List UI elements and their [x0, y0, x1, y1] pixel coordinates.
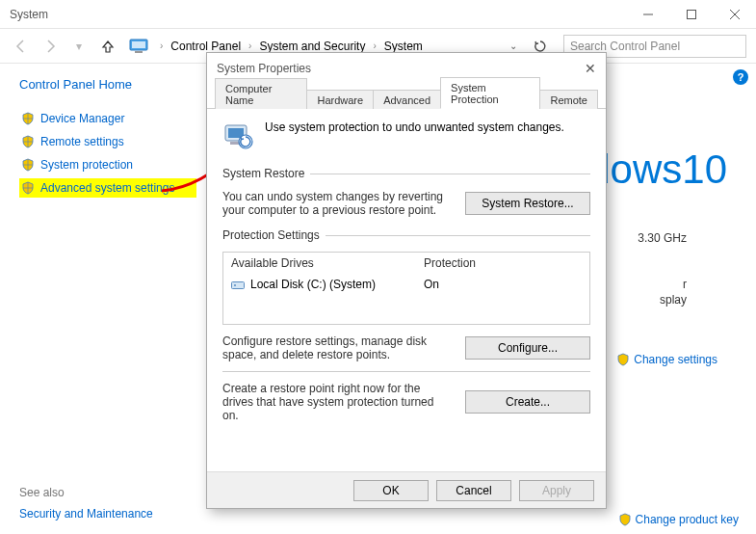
system-protection-icon — [222, 120, 253, 151]
configure-desc: Configure restore settings, manage disk … — [222, 334, 450, 361]
forward-button[interactable] — [39, 35, 62, 58]
recent-dropdown[interactable]: ▾ — [67, 35, 91, 58]
change-settings-link[interactable]: Change settings — [616, 353, 717, 366]
system-restore-legend: System Restore — [222, 167, 304, 180]
create-button[interactable]: Create... — [465, 390, 590, 414]
tab-system-protection[interactable]: System Protection — [440, 77, 540, 109]
shield-icon — [21, 181, 35, 195]
security-maintenance-link[interactable]: Security and Maintenance — [19, 507, 153, 521]
sidebar-item-system-protection[interactable]: System protection — [19, 155, 196, 174]
sidebar-item-label: Device Manager — [40, 112, 124, 125]
shield-icon — [616, 353, 630, 366]
search-placeholder: Search Control Panel — [570, 40, 680, 53]
maximize-button[interactable] — [669, 0, 713, 29]
spec-text: r — [683, 278, 687, 291]
link-text: Change settings — [634, 353, 717, 366]
intro-text: Use system protection to undo unwanted s… — [265, 120, 564, 134]
drive-status: On — [424, 278, 439, 291]
column-available-drives: Available Drives — [231, 256, 424, 270]
close-button[interactable] — [713, 0, 756, 29]
help-icon[interactable]: ? — [733, 69, 748, 85]
create-desc: Create a restore point right now for the… — [222, 382, 450, 422]
chevron-right-icon: › — [158, 40, 165, 51]
see-also-heading: See also — [19, 486, 65, 499]
drive-row[interactable]: Local Disk (C:) (System) On — [223, 274, 589, 324]
svg-rect-6 — [135, 51, 143, 53]
sidebar-item-remote-settings[interactable]: Remote settings — [19, 132, 196, 151]
sidebar-item-label: Advanced system settings — [40, 181, 174, 195]
disk-icon — [231, 280, 245, 290]
drive-name: Local Disk (C:) (System) — [250, 278, 376, 291]
shield-icon — [618, 513, 632, 526]
up-button[interactable] — [96, 35, 119, 58]
svg-rect-1 — [687, 10, 695, 18]
system-restore-button[interactable]: System Restore... — [465, 192, 590, 215]
sidebar-item-label: Remote settings — [40, 135, 124, 148]
window-title: System — [10, 8, 48, 21]
svg-rect-11 — [232, 281, 245, 288]
chevron-right-icon: › — [371, 40, 378, 51]
minimize-button[interactable] — [626, 0, 669, 29]
tab-advanced[interactable]: Advanced — [373, 90, 441, 109]
system-restore-desc: You can undo system changes by reverting… — [222, 190, 450, 217]
link-text: Change product key — [636, 513, 739, 526]
column-protection: Protection — [424, 256, 476, 270]
dialog-close-button[interactable]: ✕ — [585, 61, 596, 76]
svg-rect-5 — [132, 41, 145, 48]
shield-icon — [21, 112, 35, 125]
shield-icon — [21, 158, 35, 172]
back-button[interactable] — [10, 35, 33, 58]
protection-settings-legend: Protection Settings — [222, 228, 320, 242]
shield-icon — [21, 135, 35, 148]
computer-icon — [129, 39, 148, 54]
tab-computer-name[interactable]: Computer Name — [215, 78, 307, 109]
tab-remote[interactable]: Remote — [539, 90, 598, 109]
dialog-title: System Properties — [217, 62, 311, 75]
system-properties-dialog: System Properties ✕ Computer Name Hardwa… — [206, 52, 607, 509]
chevron-right-icon: › — [247, 40, 253, 51]
cancel-button[interactable]: Cancel — [436, 480, 511, 501]
tab-hardware[interactable]: Hardware — [306, 90, 374, 109]
control-panel-home-link[interactable]: Control Panel Home — [19, 77, 196, 92]
address-dropdown[interactable]: ⌄ — [509, 40, 517, 51]
svg-point-12 — [234, 284, 236, 286]
spec-text: splay — [660, 293, 687, 307]
sidebar-item-device-manager[interactable]: Device Manager — [19, 109, 196, 128]
configure-button[interactable]: Configure... — [465, 336, 590, 360]
sidebar-item-advanced-system-settings[interactable]: Advanced system settings — [19, 178, 196, 198]
windows-10-brand: dows10 — [587, 147, 727, 193]
change-product-key-link[interactable]: Change product key — [618, 513, 739, 526]
sidebar-item-label: System protection — [40, 158, 133, 172]
apply-button[interactable]: Apply — [519, 480, 594, 501]
divider — [222, 371, 590, 372]
spec-cpu: 3.30 GHz — [638, 231, 687, 245]
ok-button[interactable]: OK — [353, 480, 429, 501]
drives-table: Available Drives Protection Local Disk (… — [222, 252, 590, 325]
